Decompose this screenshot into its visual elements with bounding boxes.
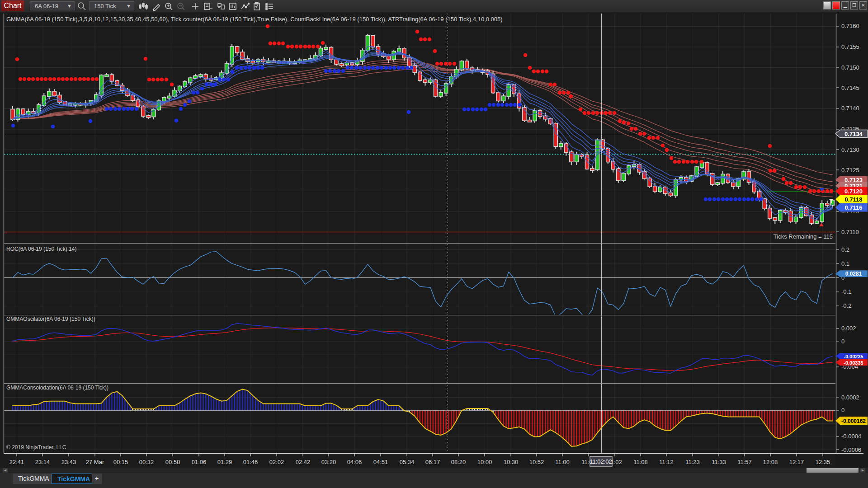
svg-text:0.7160: 0.7160 xyxy=(841,23,859,29)
svg-text:GMMAOscilator(6A 06-19 (150 Ti: GMMAOscilator(6A 06-19 (150 Tick)) xyxy=(6,316,95,322)
svg-text:0.7116: 0.7116 xyxy=(844,204,862,211)
svg-text:00:32: 00:32 xyxy=(139,459,154,465)
svg-text:© 2019 NinjaTrader, LLC: © 2019 NinjaTrader, LLC xyxy=(6,444,66,450)
svg-text:22:41: 22:41 xyxy=(9,459,24,465)
svg-text:04:06: 04:06 xyxy=(347,459,362,465)
svg-text:11:00: 11:00 xyxy=(555,459,570,465)
svg-text:0.7155: 0.7155 xyxy=(841,43,859,50)
svg-text:0.7118: 0.7118 xyxy=(844,196,862,203)
svg-text:0.7130: 0.7130 xyxy=(841,146,859,153)
svg-text:0.0281: 0.0281 xyxy=(845,271,862,277)
svg-text:11:33: 11:33 xyxy=(712,459,726,465)
svg-text:11:57: 11:57 xyxy=(737,459,752,465)
svg-text:11:02:02: 11:02:02 xyxy=(590,458,612,465)
svg-text:01:06: 01:06 xyxy=(192,459,207,465)
svg-text:0.7145: 0.7145 xyxy=(841,84,859,91)
svg-text:10:52: 10:52 xyxy=(529,459,544,465)
svg-text:0: 0 xyxy=(841,407,844,413)
svg-text:23:14: 23:14 xyxy=(35,459,50,465)
svg-text:-0.0006: -0.0006 xyxy=(841,446,861,453)
svg-text:-0.2: -0.2 xyxy=(841,302,851,309)
svg-text:0.7140: 0.7140 xyxy=(841,105,859,112)
svg-text:08:20: 08:20 xyxy=(451,459,466,465)
svg-text:-0.00235: -0.00235 xyxy=(844,354,863,359)
svg-text:02:42: 02:42 xyxy=(296,459,311,465)
svg-text:23:43: 23:43 xyxy=(61,459,76,465)
svg-text:Ticks Remaining = 115: Ticks Remaining = 115 xyxy=(774,233,833,240)
svg-text:03:20: 03:20 xyxy=(321,459,336,465)
svg-text:00:58: 00:58 xyxy=(165,459,180,465)
svg-text:0.2: 0.2 xyxy=(841,246,849,253)
svg-text:0.7110: 0.7110 xyxy=(841,229,859,235)
svg-text:-0.0004: -0.0004 xyxy=(841,433,861,440)
svg-text:11:12: 11:12 xyxy=(659,459,674,465)
svg-text:01:46: 01:46 xyxy=(243,459,258,465)
svg-text:05:34: 05:34 xyxy=(400,459,415,465)
svg-text:-0.00335: -0.00335 xyxy=(844,360,863,366)
svg-text:GMMA(6A 06-19 (150 Tick),3,5,8: GMMA(6A 06-19 (150 Tick),3,5,8,10,12,15,… xyxy=(6,16,503,23)
svg-text:T: T xyxy=(829,197,833,205)
svg-text:11:23: 11:23 xyxy=(685,459,700,465)
svg-text:00:15: 00:15 xyxy=(113,459,128,465)
svg-text:-0.000162: -0.000162 xyxy=(841,418,866,424)
svg-text:27 Mar: 27 Mar xyxy=(86,459,104,465)
svg-text:0.7125: 0.7125 xyxy=(841,167,859,174)
svg-text:04:51: 04:51 xyxy=(373,459,388,465)
svg-text:01:29: 01:29 xyxy=(217,459,232,465)
svg-text:12:17: 12:17 xyxy=(789,459,804,465)
svg-text:12:35: 12:35 xyxy=(816,459,830,465)
svg-text:12:08: 12:08 xyxy=(763,459,778,465)
svg-text:10:30: 10:30 xyxy=(504,459,519,465)
svg-text:0.7120: 0.7120 xyxy=(844,188,863,195)
svg-text:06:17: 06:17 xyxy=(425,459,440,465)
svg-text:0.7150: 0.7150 xyxy=(841,64,859,71)
svg-text:0.1: 0.1 xyxy=(841,260,849,267)
svg-text:0.002: 0.002 xyxy=(841,325,856,332)
svg-text:0: 0 xyxy=(841,338,844,345)
svg-text:10:00: 10:00 xyxy=(477,459,492,465)
svg-text:0.7134: 0.7134 xyxy=(844,131,863,137)
svg-text:-0.1: -0.1 xyxy=(841,288,851,295)
svg-text:ROC(6A 06-19 (150 Tick),14): ROC(6A 06-19 (150 Tick),14) xyxy=(6,246,76,252)
svg-text:0.0002: 0.0002 xyxy=(841,394,859,401)
svg-text:11:08: 11:08 xyxy=(633,459,648,465)
svg-text:GMMAConsolodation(6A 06-19 (15: GMMAConsolodation(6A 06-19 (150 Tick)) xyxy=(6,385,108,391)
svg-text:02:02: 02:02 xyxy=(269,459,284,465)
